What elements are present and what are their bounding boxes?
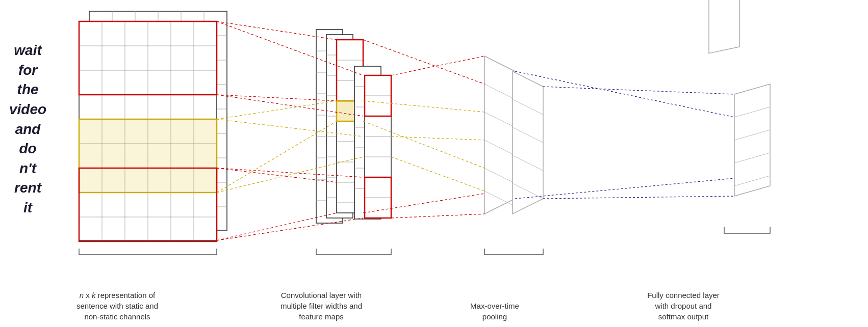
pool-shape-front [513,71,543,214]
svg-marker-88 [484,56,515,214]
label-input-text: n x k representation ofsentence with sta… [76,291,158,321]
label-fc-text: Fully connected layerwith dropout andsof… [647,291,720,321]
svg-rect-29 [79,119,217,193]
fc-layer-back [709,0,739,53]
fc-layer [734,84,770,196]
label-conv-text: Convolutional layer withmultiple filter … [280,291,362,321]
svg-rect-67 [365,75,391,218]
label-pooling-text: Max-over-timepooling [470,302,519,321]
svg-line-104 [391,137,484,140]
label-input-matrix: n x k representation ofsentence with sta… [66,290,168,322]
svg-line-117 [515,178,734,199]
svg-line-83 [217,218,363,240]
svg-line-114 [543,87,734,94]
svg-line-115 [543,196,734,199]
label-fc-layer: Fully connected layerwith dropout andsof… [627,290,739,322]
svg-line-106 [391,157,484,191]
conv-stack2-front [365,75,391,218]
svg-rect-107 [709,0,739,53]
svg-line-116 [515,71,734,117]
svg-line-100 [391,214,484,218]
svg-line-99 [391,56,484,75]
label-conv-layer: Convolutional layer withmultiple filter … [270,290,372,322]
svg-marker-109 [734,84,770,196]
pool-shape-back [484,56,515,214]
diagram-container: waitforthevideoanddon'trentit [0,0,868,327]
svg-marker-94 [513,71,543,214]
main-diagram-svg [0,0,868,327]
label-pooling: Max-over-timepooling [449,301,541,322]
